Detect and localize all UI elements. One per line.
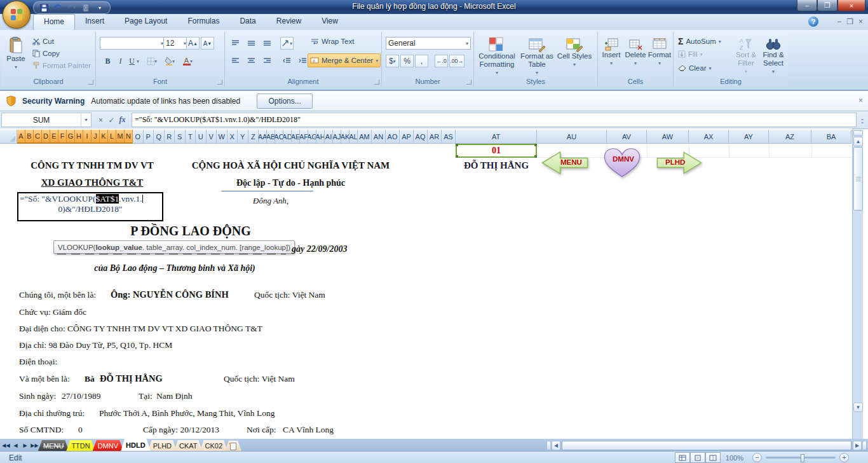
cell-representing[interactable]: Đại diện cho: CÔNG TY TNHH TM DV VT XD G… (19, 324, 262, 334)
comma-button[interactable]: , (415, 55, 428, 67)
cell-company-name-1[interactable]: CÔNG TY TNHH TM DV VT (19, 160, 165, 171)
plhd-arrow-shape[interactable]: PLHD (656, 150, 702, 176)
cell-party-b-nationality[interactable]: Quốc tịch: Việt Nam (224, 374, 295, 384)
sheet-tab-plhd[interactable]: PLHD (148, 440, 177, 451)
options-button[interactable]: Options... (257, 93, 313, 109)
align-right-icon[interactable] (261, 55, 274, 67)
column-header-AY[interactable]: AY (729, 130, 769, 144)
sheet-tab-dmnv[interactable]: DMNV (93, 440, 123, 451)
column-header-R[interactable]: R (165, 130, 175, 144)
column-header-AD[interactable]: AD (283, 130, 292, 144)
column-header-F[interactable]: F (58, 130, 67, 144)
cell-AT1[interactable]: 01 (456, 144, 537, 158)
column-header-AV[interactable]: AV (607, 130, 647, 144)
conditional-formatting-dropdown-icon[interactable]: ▾ (496, 69, 498, 77)
ribbon-tab-review[interactable]: Review (266, 14, 311, 30)
next-sheet-icon[interactable]: ▶ (21, 441, 29, 450)
cell-id-value[interactable]: 0 (78, 425, 83, 435)
select-all-corner[interactable] (0, 130, 17, 144)
page-break-view-icon[interactable] (705, 452, 721, 463)
column-header-O[interactable]: O (133, 130, 144, 144)
security-bar-close-icon[interactable]: × (858, 96, 863, 105)
cell-party-b-title[interactable]: Bà (85, 374, 95, 384)
column-header-AO[interactable]: AO (386, 130, 400, 144)
paste-button[interactable]: Paste ▾ (4, 34, 28, 79)
ribbon-tab-insert[interactable]: Insert (75, 14, 114, 30)
cell-national-motto-2[interactable]: Độc lập - Tự do - Hạnh phúc (181, 178, 400, 188)
column-header-L[interactable]: L (108, 130, 116, 144)
cell-decree-issuer[interactable]: của Bộ Lao động – Thương binh và Xã hội) (38, 263, 311, 273)
cell-party-b-name[interactable]: ĐỖ THỊ HẰNG (100, 373, 163, 384)
horizontal-scrollbar[interactable]: ◀ ▶ (241, 441, 868, 450)
workbook-restore-icon[interactable]: ❐ (846, 17, 853, 26)
underline-dropdown-icon[interactable]: ▾ (137, 59, 139, 64)
cell-id-issuer-value[interactable]: CA Vĩnh Long (283, 425, 334, 435)
print-preview-icon[interactable] (81, 3, 91, 12)
column-header-Y[interactable]: Y (238, 130, 248, 144)
column-header-AN[interactable]: AN (372, 130, 386, 144)
font-size-combo[interactable]: 12▾ (163, 37, 189, 50)
align-top-icon[interactable] (229, 37, 242, 50)
bold-button[interactable]: B (101, 55, 114, 67)
align-bottom-icon[interactable] (261, 37, 274, 50)
ribbon-tab-data[interactable]: Data (229, 14, 266, 30)
increase-decimal-button[interactable]: ←.0 (435, 55, 448, 67)
column-header-AW[interactable]: AW (647, 130, 689, 144)
cell-id-issue-date[interactable]: Cấp ngày: 20/12/2013 (143, 425, 219, 435)
vertical-scrollbar[interactable]: ▲ ▼ (852, 130, 863, 439)
conditional-formatting-button[interactable]: Conditional Formatting ▾ (477, 34, 517, 77)
ribbon-tab-view[interactable]: View (311, 14, 348, 30)
cell-styles-dropdown-icon[interactable]: ▾ (573, 60, 576, 69)
cell-dong-anh[interactable]: Đông Anh, (253, 196, 288, 206)
column-header-H[interactable]: H (75, 130, 83, 144)
scroll-up-icon[interactable]: ▲ (853, 137, 863, 146)
zoom-out-icon[interactable]: − (752, 453, 762, 462)
ribbon-tab-home[interactable]: Home (33, 14, 75, 30)
zoom-handle[interactable] (801, 454, 804, 462)
column-header-AX[interactable]: AX (689, 130, 729, 144)
workbook-close-icon[interactable]: × (858, 17, 863, 26)
formula-bar-expand-icon[interactable]: ⌄⌄ (857, 113, 868, 127)
scroll-left-icon[interactable]: ◀ (552, 441, 560, 450)
last-sheet-icon[interactable]: ▶▶ (31, 441, 39, 450)
column-header-AR[interactable]: AR (428, 130, 442, 144)
column-header-AB[interactable]: AB (267, 130, 275, 144)
help-icon[interactable]: ? (808, 17, 818, 27)
decrease-decimal-button[interactable]: .00→ (449, 55, 465, 67)
column-header-T[interactable]: T (186, 130, 196, 144)
alignment-dialog-launcher-icon[interactable] (374, 79, 379, 85)
zoom-in-icon[interactable]: + (839, 453, 849, 462)
merge-center-dropdown-icon[interactable]: ▾ (376, 58, 378, 64)
find-select-button[interactable]: Find & Select ▾ (760, 34, 787, 76)
cell-company-name-2[interactable]: XD GIAO THÔNG T&T (19, 177, 165, 188)
menu-arrow-shape[interactable]: MENU (540, 150, 590, 176)
cell-dob-value[interactable]: 27/10/1989 (62, 391, 101, 401)
office-button[interactable] (3, 1, 31, 29)
column-header-AL[interactable]: AL (349, 130, 358, 144)
column-header-AJ[interactable]: AJ (333, 130, 341, 144)
column-header-AK[interactable]: AK (341, 130, 349, 144)
column-header-AU[interactable]: AU (537, 130, 607, 144)
column-header-V[interactable]: V (207, 130, 217, 144)
autosum-dropdown-icon[interactable]: ▾ (719, 39, 721, 45)
percent-button[interactable]: % (400, 55, 414, 67)
number-dialog-launcher-icon[interactable] (466, 79, 471, 85)
shrink-font-button[interactable]: A▼ (201, 37, 214, 50)
column-header-C[interactable]: C (34, 130, 42, 144)
column-header-I[interactable]: I (83, 130, 92, 144)
cut-button[interactable]: Cut (31, 37, 56, 46)
font-color-dropdown-icon[interactable]: ▾ (190, 59, 193, 64)
dmnv-heart-shape[interactable]: DMNV (593, 148, 651, 178)
copy-button[interactable]: Copy (31, 49, 62, 58)
clear-button[interactable]: Clear ▾ (676, 64, 714, 73)
cell-phone[interactable]: Điện thoại: (19, 357, 57, 367)
undo-icon[interactable] (53, 3, 63, 12)
cell-company-address[interactable]: Địa chỉ: 98 Đào Duy Từ, P5, Q10, Tp. HCM (19, 340, 172, 350)
first-sheet-icon[interactable]: ◀◀ (2, 441, 10, 450)
cell-party-b-intro[interactable]: Và một bên là: (19, 374, 70, 384)
restore-button[interactable]: ❐ (817, 0, 837, 11)
clipboard-dialog-launcher-icon[interactable] (88, 79, 93, 85)
decrease-indent-icon[interactable] (280, 55, 294, 67)
horizontal-scroll-thumb[interactable] (562, 441, 851, 450)
fill-color-dropdown-icon[interactable]: ▾ (172, 59, 175, 64)
